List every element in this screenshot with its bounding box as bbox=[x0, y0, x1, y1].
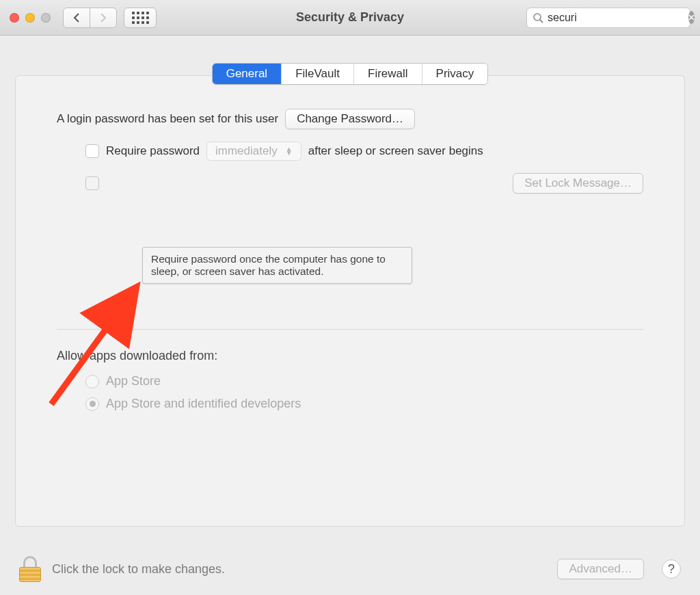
radio-identified-developers[interactable] bbox=[85, 397, 99, 411]
show-message-checkbox[interactable] bbox=[85, 176, 99, 190]
login-password-label: A login password has been set for this u… bbox=[57, 112, 278, 126]
svg-point-0 bbox=[534, 14, 541, 21]
forward-button[interactable] bbox=[90, 8, 117, 28]
radio-app-store-label: App Store bbox=[106, 374, 161, 388]
help-button[interactable]: ? bbox=[662, 559, 681, 579]
require-password-checkbox[interactable] bbox=[85, 144, 99, 158]
require-password-delay-value: immediately bbox=[215, 144, 278, 158]
back-button[interactable] bbox=[63, 8, 90, 28]
advanced-button[interactable]: Advanced… bbox=[557, 559, 644, 579]
tab-firewall[interactable]: Firewall bbox=[354, 64, 422, 84]
allow-apps-title: Allow apps downloaded from: bbox=[57, 349, 643, 363]
lock-hint-text: Click the lock to make changes. bbox=[52, 562, 225, 577]
tab-privacy[interactable]: Privacy bbox=[422, 64, 488, 84]
tab-general[interactable]: General bbox=[213, 64, 282, 84]
require-password-label: Require password bbox=[106, 144, 200, 158]
grid-icon bbox=[132, 12, 149, 24]
lock-icon[interactable] bbox=[19, 556, 41, 582]
search-icon bbox=[533, 12, 543, 23]
close-icon bbox=[688, 14, 695, 21]
search-field[interactable] bbox=[526, 8, 690, 28]
clear-search-button[interactable] bbox=[688, 11, 695, 24]
divider bbox=[57, 329, 643, 330]
window-controls bbox=[10, 13, 51, 23]
tab-bar: General FileVault Firewall Privacy bbox=[15, 63, 685, 85]
tab-filevault[interactable]: FileVault bbox=[282, 64, 354, 84]
general-panel: A login password has been set for this u… bbox=[15, 75, 685, 527]
chevron-up-down-icon: ▲▼ bbox=[283, 147, 295, 155]
radio-identified-label: App Store and identified developers bbox=[106, 397, 301, 411]
content-area: General FileVault Firewall Privacy A log… bbox=[0, 36, 700, 527]
radio-app-store[interactable] bbox=[85, 375, 99, 388]
search-input[interactable] bbox=[548, 12, 684, 24]
require-password-delay-select[interactable]: immediately ▲▼ bbox=[206, 142, 301, 161]
show-message-label-obscured bbox=[106, 176, 109, 190]
change-password-button[interactable]: Change Password… bbox=[285, 109, 415, 129]
nav-buttons bbox=[63, 8, 157, 28]
set-lock-message-button[interactable]: Set Lock Message… bbox=[513, 173, 643, 194]
svg-line-1 bbox=[540, 20, 543, 23]
minimize-window-button[interactable] bbox=[25, 13, 35, 23]
require-password-tooltip: Require password once the computer has g… bbox=[142, 247, 412, 284]
footer: Click the lock to make changes. Advanced… bbox=[0, 543, 700, 595]
after-sleep-label: after sleep or screen saver begins bbox=[308, 144, 483, 158]
close-window-button[interactable] bbox=[10, 13, 19, 23]
show-all-button[interactable] bbox=[124, 8, 157, 28]
zoom-window-button[interactable] bbox=[41, 13, 51, 23]
titlebar: Security & Privacy bbox=[0, 0, 700, 36]
